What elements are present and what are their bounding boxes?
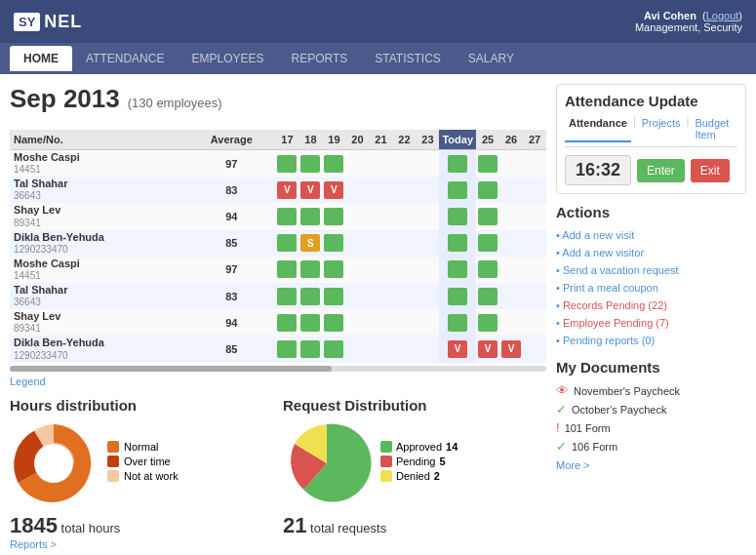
empty-cell [347,314,367,332]
doc-oct-paycheck[interactable]: ✓ October's Paycheck [556,400,746,418]
pending-label: Pending [396,456,435,467]
action-employee-pending[interactable]: Employee Pending (7) [556,314,746,332]
empty-cell [418,181,437,199]
attendance-update-title: Attendance Update [565,93,737,109]
doc-106-form[interactable]: ✓ 106 Form [556,437,746,456]
green-cell [324,340,343,358]
user-info: Avi Cohen (Logout) Management, Security [635,10,742,33]
day-cell [392,309,416,336]
green-cell [277,155,297,173]
total-hours-label: total hours [61,521,121,535]
day-cell [439,257,476,283]
emp-id: 36643 [14,297,185,308]
tab-projects[interactable]: Projects [638,115,685,142]
doc-101-form[interactable]: ! 101 Form [556,418,746,437]
empty-cell [501,260,521,278]
emp-avg: 97 [187,257,275,283]
day-cell [275,283,298,309]
green-cell [448,155,467,173]
legend-link[interactable]: Legend [10,376,546,387]
emp-name: Moshe Caspi [14,258,185,270]
empty-cell [347,234,367,252]
logout-link[interactable]: Logout [706,10,739,21]
action-vacation[interactable]: Send a vacation request [556,261,746,279]
day-cell [345,336,369,362]
green-cell [324,234,343,252]
right-column: Attendance Update Attendance | Projects … [556,84,746,550]
table-row: Shay Lev8934194 [10,203,546,229]
scroll-thumb [10,366,332,372]
col-23: 23 [416,130,439,150]
bottom-section: Hours distribution [10,397,546,550]
day-cell [523,257,546,283]
day-cell: V [275,177,298,203]
action-new-visitor[interactable]: Add a new visitor [556,244,746,261]
nav-home[interactable]: HOME [10,46,72,71]
green-cell [448,208,467,225]
empty-cell [525,340,544,358]
doc-nov-paycheck[interactable]: 👁 November's Paycheck [556,381,746,400]
nav-attendance[interactable]: ATTENDANCE [72,46,178,71]
empty-cell [525,314,544,332]
empty-cell [394,314,414,332]
legend-normal: Normal [107,441,179,453]
nav-salary[interactable]: SALARY [455,46,528,71]
nav-reports[interactable]: REPORTS [277,46,361,71]
day-cell [439,203,476,229]
green-cell [478,155,497,173]
day-cell: V [476,336,499,362]
day-cell [392,336,416,362]
empty-cell [501,155,521,173]
action-records-pending[interactable]: Records Pending (22) [556,297,746,314]
left-column: Sep 2013 (130 employees) Name/No. Averag… [10,84,546,550]
red-cell: V [478,340,497,358]
col-19: 19 [322,130,345,150]
header: SY NEL Avi Cohen (Logout) Management, Se… [0,0,756,43]
empty-cell [418,314,437,332]
day-cell [392,177,416,203]
empty-cell [347,260,367,278]
enter-button[interactable]: Enter [637,159,685,182]
emp-id: 89341 [14,218,185,229]
green-cell [277,208,297,225]
empty-cell [394,340,414,358]
day-cell [476,257,499,283]
day-cell [322,309,345,336]
emp-id: 1290233470 [14,350,185,362]
green-cell [300,155,320,173]
day-cell [369,203,392,229]
exit-button[interactable]: Exit [691,159,730,182]
more-link[interactable]: More > [556,459,746,471]
action-meal-coupon[interactable]: Print a meal coupon [556,279,746,297]
empty-cell [371,208,390,225]
reports-link[interactable]: Reports > [10,538,273,550]
empty-cell [525,234,544,252]
day-cell: V [499,336,523,362]
req-pie-chart [283,419,371,507]
empty-cell [418,340,437,358]
day-cell [369,177,392,203]
attendance-update-panel: Attendance Update Attendance | Projects … [556,84,746,194]
day-cell [322,336,345,362]
nav-employees[interactable]: EMPLOYEES [178,46,277,71]
action-pending-reports[interactable]: Pending reports (0) [556,332,746,349]
user-name: Avi Cohen [644,10,696,21]
denied-dot [380,470,392,482]
tab-attendance[interactable]: Attendance [565,115,631,142]
day-cell [392,257,416,283]
day-cell [416,257,439,283]
nav-statistics[interactable]: STATISTICS [361,46,455,71]
day-cell [345,257,369,283]
scroll-bar[interactable] [10,366,546,372]
day-cell [369,230,392,257]
day-cell [439,177,476,203]
action-new-visit[interactable]: Add a new visit [556,226,746,244]
tab-budget[interactable]: Budget Item [691,115,737,142]
day-cell [322,283,345,309]
req-legend-denied: Denied 2 [380,470,458,482]
approved-label: Approved [396,441,442,453]
col-avg: Average [187,130,275,150]
emp-name-cell: Dikla Ben-Yehuda1290233470 [10,336,187,362]
day-cell [345,203,369,229]
green-cell [448,314,467,332]
